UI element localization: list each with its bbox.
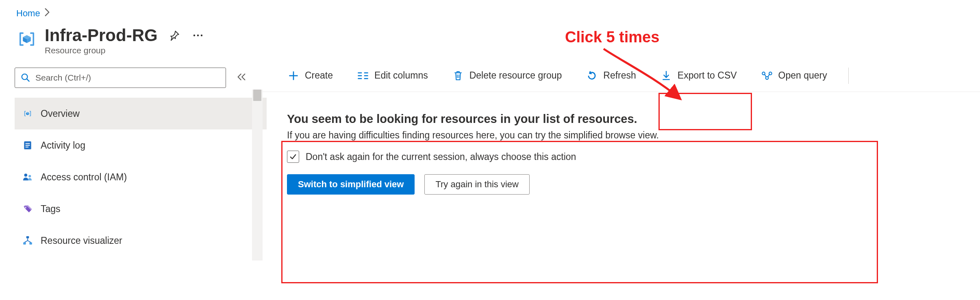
prompt-description: If you are having difficulties finding r… bbox=[287, 130, 864, 141]
main-pane: Create Edit columns bbox=[252, 59, 980, 207]
sidebar-item-label: Tags bbox=[41, 204, 61, 215]
toolbar: Create Edit columns bbox=[252, 67, 980, 92]
sidebar-item-iam[interactable]: Access control (IAM) bbox=[15, 161, 267, 193]
svg-rect-13 bbox=[26, 145, 30, 146]
toolbar-separator bbox=[848, 68, 849, 84]
toolbar-label: Edit columns bbox=[374, 70, 428, 81]
svg-rect-18 bbox=[26, 236, 29, 238]
prompt-title: You seem to be looking for resources in … bbox=[287, 112, 864, 126]
resources-prompt-card: You seem to be looking for resources in … bbox=[275, 103, 876, 207]
chevron-right-icon bbox=[44, 8, 50, 19]
pin-button[interactable] bbox=[167, 28, 181, 42]
more-button[interactable] bbox=[191, 32, 205, 39]
prompt-checkbox-row[interactable]: Don't ask again for the current session,… bbox=[287, 151, 864, 163]
toolbar-label: Refresh bbox=[603, 70, 636, 81]
svg-rect-12 bbox=[26, 143, 30, 144]
columns-icon bbox=[357, 70, 369, 81]
try-again-button[interactable]: Try again in this view bbox=[424, 174, 530, 195]
collapse-sidebar-button[interactable] bbox=[233, 70, 250, 85]
sidebar-menu: Overview Activity log Access control (IA… bbox=[15, 98, 267, 256]
delete-rg-button[interactable]: Delete resource group bbox=[449, 66, 565, 85]
sidebar-search-input[interactable] bbox=[35, 72, 220, 83]
search-icon bbox=[21, 73, 30, 83]
visualizer-icon bbox=[22, 235, 33, 246]
breadcrumb-home[interactable]: Home bbox=[16, 8, 40, 19]
download-icon bbox=[661, 70, 672, 81]
sidebar-item-resource-visualizer[interactable]: Resource visualizer bbox=[15, 225, 267, 256]
svg-point-15 bbox=[24, 174, 27, 177]
sidebar-search[interactable] bbox=[15, 68, 226, 88]
sidebar-item-label: Access control (IAM) bbox=[41, 172, 127, 183]
svg-point-3 bbox=[193, 35, 195, 36]
sidebar: Overview Activity log Access control (IA… bbox=[0, 59, 252, 256]
svg-point-35 bbox=[765, 77, 768, 79]
refresh-button[interactable]: Refresh bbox=[583, 66, 639, 85]
toolbar-label: Delete resource group bbox=[469, 70, 562, 81]
sidebar-item-label: Overview bbox=[41, 108, 80, 119]
iam-icon bbox=[22, 171, 33, 183]
open-query-button[interactable]: Open query bbox=[758, 66, 830, 85]
sidebar-item-activity-log[interactable]: Activity log bbox=[15, 129, 267, 161]
log-icon bbox=[22, 140, 33, 151]
sidebar-item-tags[interactable]: Tags bbox=[15, 193, 267, 225]
trash-icon bbox=[452, 70, 464, 81]
query-icon bbox=[761, 70, 773, 81]
toolbar-label: Create bbox=[305, 70, 333, 81]
toolbar-label: Export to CSV bbox=[678, 70, 737, 81]
toolbar-label: Open query bbox=[778, 70, 827, 81]
svg-line-36 bbox=[764, 74, 766, 77]
export-csv-button[interactable]: Export to CSV bbox=[657, 66, 740, 85]
svg-rect-19 bbox=[23, 243, 26, 245]
page-header: Infra-Prod-RG Resource group bbox=[0, 19, 980, 59]
refresh-icon bbox=[586, 70, 598, 81]
edit-columns-button[interactable]: Edit columns bbox=[354, 66, 431, 85]
prompt-checkbox-label: Don't ask again for the current session,… bbox=[306, 151, 576, 162]
checkbox-icon[interactable] bbox=[287, 151, 299, 163]
sidebar-item-label: Resource visualizer bbox=[41, 235, 122, 246]
svg-point-5 bbox=[200, 35, 202, 36]
svg-point-4 bbox=[197, 35, 198, 36]
scrollbar[interactable] bbox=[252, 90, 263, 261]
resource-group-icon bbox=[16, 28, 37, 50]
svg-point-16 bbox=[28, 175, 31, 177]
switch-simplified-view-button[interactable]: Switch to simplified view bbox=[287, 174, 415, 195]
sidebar-item-overview[interactable]: Overview bbox=[15, 98, 267, 129]
rg-mini-icon bbox=[22, 108, 33, 119]
svg-rect-20 bbox=[29, 243, 32, 245]
svg-line-37 bbox=[768, 74, 769, 77]
breadcrumb: Home bbox=[0, 0, 980, 19]
svg-point-17 bbox=[25, 207, 26, 208]
svg-line-7 bbox=[27, 79, 29, 81]
svg-rect-14 bbox=[26, 147, 29, 147]
sidebar-item-label: Activity log bbox=[41, 140, 85, 151]
create-button[interactable]: Create bbox=[285, 66, 336, 85]
page-subtitle: Resource group bbox=[45, 46, 205, 55]
plus-icon bbox=[288, 70, 299, 81]
scrollbar-thumb[interactable] bbox=[253, 90, 261, 101]
tag-icon bbox=[22, 203, 33, 215]
page-title: Infra-Prod-RG bbox=[45, 26, 158, 45]
